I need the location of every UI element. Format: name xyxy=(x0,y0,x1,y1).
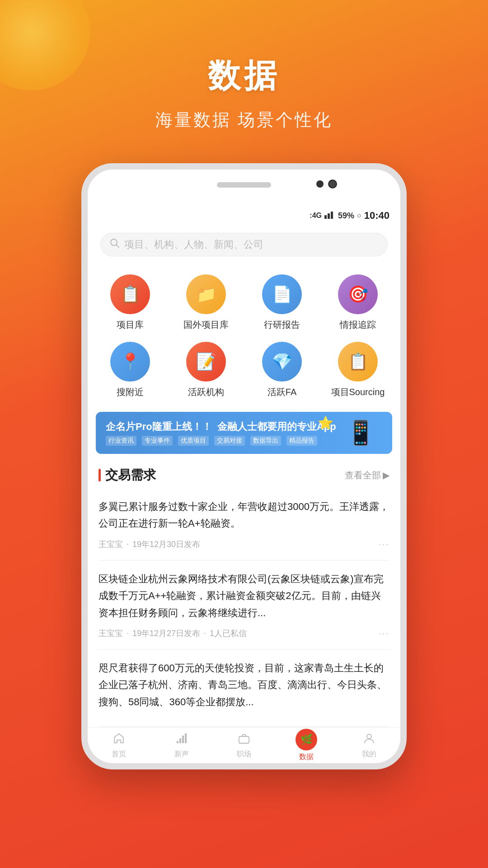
grid-item-reports[interactable]: 📄 行研报告 xyxy=(244,269,320,336)
speaker-grill xyxy=(217,182,271,188)
data-icon: 🌿 xyxy=(300,734,313,745)
network-indicator: :4G xyxy=(310,212,322,220)
sourcing-icon-circle: 📋 xyxy=(338,342,378,382)
camera-lens xyxy=(328,179,337,189)
header-section: 数据 海量数据 场景个性化 xyxy=(0,0,488,159)
banner-wrapper: 企名片Pro隆重上线！！ 金融人士都要用的专业App 行业资讯 专业事件 优质项… xyxy=(88,408,400,458)
grid-item-active-orgs[interactable]: 📝 活跃机构 xyxy=(168,336,244,404)
status-icons: :4G 59% ○ 10:40 xyxy=(310,210,389,222)
profile-icon xyxy=(363,732,375,748)
grid-item-tracking[interactable]: 🎯 情报追踪 xyxy=(320,269,396,336)
app-content: 项目、机构、人物、新闻、公司 📋 项目库 📁 国外项目库 📄 行研报告 xyxy=(88,226,400,727)
chevron-right-icon: ▶ xyxy=(383,470,389,481)
nav-label-job: 职场 xyxy=(237,750,251,759)
nav-item-home[interactable]: 首页 xyxy=(88,729,150,762)
projects-icon-circle: 📋 xyxy=(110,274,150,314)
section-title: 交易需求 xyxy=(105,467,156,484)
section-more-text: 查看全部 xyxy=(345,469,381,481)
news-list: 多翼已累计服务过数十家企业，年营收超过3000万元。王洋透露，公司正在进行新一轮… xyxy=(88,488,400,727)
svg-rect-7 xyxy=(182,736,184,743)
svg-point-10 xyxy=(367,734,371,739)
signal-bars xyxy=(324,210,335,222)
news-text-1: 多翼已累计服务过数十家企业，年营收超过3000万元。王洋透露，公司正在进行新一轮… xyxy=(99,498,389,532)
reports-icon-circle: 📄 xyxy=(262,274,302,314)
grid-item-nearby[interactable]: 📍 搜附近 xyxy=(92,336,168,404)
home-icon xyxy=(113,732,125,748)
banner-tag-2: 专业事件 xyxy=(142,436,173,446)
nav-label-home: 首页 xyxy=(112,750,126,759)
grid-item-sourcing[interactable]: 📋 项目Sourcing xyxy=(320,336,396,404)
section-title-wrap: 交易需求 xyxy=(99,467,156,484)
news-item-3[interactable]: 咫尺君获得了600万元的天使轮投资，目前，这家青岛土生土长的企业已落子杭州、济南… xyxy=(99,650,389,727)
section-more-link[interactable]: 查看全部 ▶ xyxy=(345,469,389,481)
time-display: 10:40 xyxy=(364,210,389,222)
grid-item-projects[interactable]: 📋 项目库 xyxy=(92,269,168,336)
reports-label: 行研报告 xyxy=(264,319,300,331)
promo-banner[interactable]: 企名片Pro隆重上线！！ 金融人士都要用的专业App 行业资讯 专业事件 优质项… xyxy=(96,412,392,454)
phone-frame: :4G 59% ○ 10:40 xyxy=(81,163,407,769)
news-author-1: 王宝宝 xyxy=(99,539,123,550)
svg-rect-5 xyxy=(177,741,178,743)
news-more-dots-2[interactable]: ··· xyxy=(379,627,389,639)
nav-label-profile: 我的 xyxy=(362,750,376,759)
tracking-label: 情报追踪 xyxy=(340,319,376,331)
svg-rect-9 xyxy=(239,736,249,743)
battery-percent: 59% xyxy=(338,211,354,221)
newsheng-icon xyxy=(175,732,188,748)
news-more-dots-1[interactable]: ··· xyxy=(379,538,389,550)
job-icon xyxy=(238,732,250,748)
nav-item-profile[interactable]: 我的 xyxy=(338,729,400,762)
grid-item-foreign-projects[interactable]: 📁 国外项目库 xyxy=(168,269,244,336)
active-fa-label: 活跃FA xyxy=(267,386,296,398)
svg-rect-2 xyxy=(331,212,333,219)
banner-tag-1: 行业资讯 xyxy=(106,436,136,446)
svg-rect-6 xyxy=(179,738,181,743)
news-text-3: 咫尺君获得了600万元的天使轮投资，目前，这家青岛土生土长的企业已落子杭州、济南… xyxy=(99,660,389,710)
nav-item-job[interactable]: 职场 xyxy=(213,729,275,762)
tracking-icon-circle: 🎯 xyxy=(338,274,378,314)
active-fa-icon-circle: 💎 xyxy=(262,342,302,382)
search-icon xyxy=(110,238,120,251)
grid-item-active-fa[interactable]: 💎 活跃FA xyxy=(244,336,320,404)
front-camera xyxy=(316,180,324,188)
news-item-1[interactable]: 多翼已累计服务过数十家企业，年营收超过3000万元。王洋透露，公司正在进行新一轮… xyxy=(99,488,389,561)
news-date-2: 19年12月27日发布 xyxy=(132,628,200,639)
news-dot-3: · xyxy=(204,628,206,638)
news-author-date-1: 王宝宝 · 19年12月30日发布 xyxy=(99,539,200,550)
news-extra-2: 1人已私信 xyxy=(210,628,247,639)
icon-grid: 📋 项目库 📁 国外项目库 📄 行研报告 🎯 情报追踪 📍 xyxy=(88,262,400,408)
news-author-date-2: 王宝宝 · 19年12月27日发布 · 1人已私信 xyxy=(99,628,247,639)
status-bar: :4G 59% ○ 10:40 xyxy=(88,206,400,226)
nav-label-data: 数据 xyxy=(299,752,314,762)
svg-line-4 xyxy=(117,245,119,248)
banner-tag-6: 精品报告 xyxy=(286,436,317,446)
nearby-label: 搜附近 xyxy=(117,386,144,398)
banner-tag-4: 交易对接 xyxy=(214,436,245,446)
search-placeholder-text: 项目、机构、人物、新闻、公司 xyxy=(124,238,263,251)
banner-star-icon: ⭐ xyxy=(318,415,333,430)
svg-rect-0 xyxy=(324,215,327,219)
search-bar[interactable]: 项目、机构、人物、新闻、公司 xyxy=(100,233,388,256)
news-text-2: 区块链企业杭州云象网络技术有限公司(云象区块链或云象)宣布完成数千万元A++轮融… xyxy=(99,571,389,621)
section-header: 交易需求 查看全部 ▶ xyxy=(88,458,400,488)
nav-item-newsheng[interactable]: 新声 xyxy=(150,729,212,762)
section-accent-bar xyxy=(99,469,101,481)
nav-item-data[interactable]: 🌿 数据 xyxy=(275,726,338,764)
banner-tag-5: 数据导出 xyxy=(250,436,281,446)
phone-mockup: :4G 59% ○ 10:40 xyxy=(0,163,488,769)
page-subtitle: 海量数据 场景个性化 xyxy=(0,108,488,132)
projects-label: 项目库 xyxy=(117,319,144,331)
foreign-projects-icon-circle: 📁 xyxy=(186,274,226,314)
news-dot-2: · xyxy=(127,628,129,638)
foreign-projects-label: 国外项目库 xyxy=(183,319,229,331)
news-dot-1: · xyxy=(127,539,129,549)
nav-label-newsheng: 新声 xyxy=(174,750,189,759)
active-orgs-label: 活跃机构 xyxy=(188,386,224,398)
search-bar-wrapper: 项目、机构、人物、新闻、公司 xyxy=(88,226,400,262)
news-item-2[interactable]: 区块链企业杭州云象网络技术有限公司(云象区块链或云象)宣布完成数千万元A++轮融… xyxy=(99,561,389,650)
active-orgs-icon-circle: 📝 xyxy=(186,342,226,382)
news-date-1: 19年12月30日发布 xyxy=(132,539,200,550)
battery-icon: ○ xyxy=(357,212,361,220)
news-meta-2: 王宝宝 · 19年12月27日发布 · 1人已私信 ··· xyxy=(99,627,389,639)
svg-rect-8 xyxy=(185,733,187,743)
